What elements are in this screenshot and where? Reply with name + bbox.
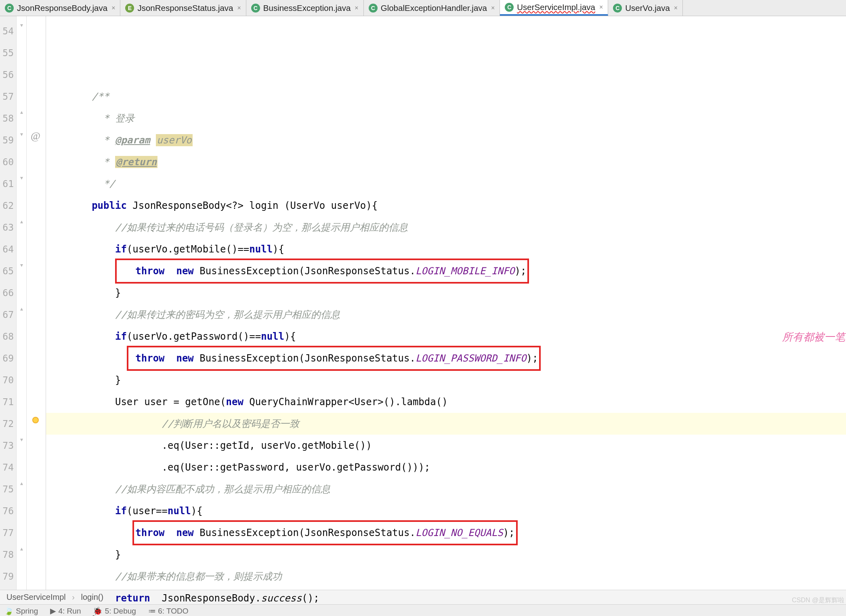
fold-icon[interactable]: ▴ — [18, 480, 25, 486]
editor-area: 5455565758596061626364656667686970717273… — [0, 16, 846, 590]
file-type-icon: C — [613, 4, 622, 13]
code-line: if(userVo.getPassword()==null){ — [51, 331, 296, 342]
bulb-icon[interactable] — [32, 417, 39, 423]
code-line: * 登录 — [51, 113, 134, 124]
watermark: CSDN @是辉辉啦 — [792, 596, 844, 605]
fold-icon[interactable]: ▾ — [18, 436, 25, 443]
highlight-box: throw new BusinessException(JsonResponse… — [127, 346, 541, 371]
code-line: */ — [51, 178, 115, 189]
code-line: } — [51, 549, 121, 560]
tab-label: UserServiceImpl.java — [517, 2, 595, 12]
editor-tab[interactable]: EJsonResponseStatus.java× — [120, 0, 246, 16]
editor-tab[interactable]: CJsonResponseBody.java× — [0, 0, 120, 16]
close-icon[interactable]: × — [674, 4, 678, 12]
annotation-note: 所有都被一笔 — [782, 326, 845, 348]
code-line: throw new BusinessException(JsonResponse… — [51, 353, 541, 364]
fold-icon[interactable]: ▴ — [18, 305, 25, 312]
code-line: * @return — [51, 156, 157, 168]
editor-tabs: CJsonResponseBody.java×EJsonResponseStat… — [0, 0, 846, 16]
fold-icon[interactable]: ▴ — [18, 109, 25, 115]
code-line: if(userVo.getMobile()==null){ — [51, 244, 284, 255]
fold-icon[interactable]: ▾ — [18, 174, 25, 181]
editor-tab[interactable]: CBusinessException.java× — [246, 0, 364, 16]
code-line: throw new BusinessException(JsonResponse… — [51, 265, 529, 277]
code-line: .eq(User::getPassword, userVo.getPasswor… — [51, 462, 430, 473]
code-line: public JsonResponseBody<?> login (UserVo… — [51, 200, 378, 211]
code-editor[interactable]: 所有都被一笔 /** * 登录 * @param userVo * @retur… — [46, 16, 846, 590]
fold-column: ▾ ▴ ▾ ▾ ▴ ▾ ▴ ▾ ▴ ▴ — [16, 16, 27, 590]
close-icon[interactable]: × — [599, 4, 603, 11]
gutter-icons: @ — [27, 16, 46, 590]
file-type-icon: C — [369, 4, 378, 13]
fold-icon[interactable]: ▾ — [18, 131, 25, 137]
file-type-icon: C — [5, 4, 14, 13]
highlight-box: throw new BusinessException(JsonResponse… — [132, 520, 517, 545]
fold-icon[interactable]: ▴ — [18, 545, 25, 552]
code-line: } — [51, 614, 98, 616]
code-line: //如果带来的信息都一致，则提示成功 — [51, 571, 282, 582]
file-type-icon: C — [505, 3, 514, 12]
tab-label: BusinessException.java — [263, 3, 351, 13]
line-gutter: 5455565758596061626364656667686970717273… — [0, 16, 16, 590]
close-icon[interactable]: × — [355, 4, 358, 12]
code-line: //判断用户名以及密码是否一致 — [51, 418, 299, 429]
close-icon[interactable]: × — [237, 4, 241, 12]
code-line: .eq(User::getId, userVo.getMobile()) — [51, 440, 372, 451]
code-line: if(user==null){ — [51, 505, 203, 517]
tab-label: JsonResponseStatus.java — [137, 3, 233, 13]
code-line: * @param userVo — [51, 134, 193, 146]
code-line: throw new BusinessException(JsonResponse… — [51, 527, 518, 538]
code-line: //如果内容匹配不成功，那么提示用户相应的信息 — [51, 484, 330, 495]
code-line: //如果传过来的电话号码（登录名）为空，那么提示用户相应的信息 — [51, 222, 408, 233]
editor-tab[interactable]: CUserVo.java× — [608, 0, 683, 16]
tab-label: GlobalExceptionHandler.java — [381, 3, 487, 13]
file-type-icon: C — [251, 4, 260, 13]
spring-tool[interactable]: 🍃 Spring — [4, 606, 38, 616]
fold-icon[interactable]: ▴ — [18, 218, 25, 225]
editor-tab[interactable]: CGlobalExceptionHandler.java× — [364, 0, 500, 16]
code-line: //如果传过来的密码为空，那么提示用户相应的信息 — [51, 309, 340, 320]
code-line: } — [51, 287, 121, 299]
fold-icon[interactable]: ▾ — [18, 22, 25, 28]
code-line: } — [51, 374, 121, 386]
override-icon[interactable]: @ — [31, 130, 40, 142]
file-type-icon: E — [125, 4, 134, 13]
editor-tab[interactable]: CUserServiceImpl.java× — [500, 0, 608, 16]
close-icon[interactable]: × — [111, 4, 115, 12]
code-line: User user = getOne(new QueryChainWrapper… — [51, 396, 448, 408]
close-icon[interactable]: × — [491, 4, 495, 12]
tab-label: UserVo.java — [625, 3, 670, 13]
highlight-box: throw new BusinessException(JsonResponse… — [115, 259, 529, 284]
fold-icon[interactable]: ▾ — [18, 262, 25, 268]
tab-label: JsonResponseBody.java — [17, 3, 107, 13]
code-line: /** — [51, 91, 109, 102]
code-line: return JsonResponseBody.success(); — [51, 593, 319, 604]
